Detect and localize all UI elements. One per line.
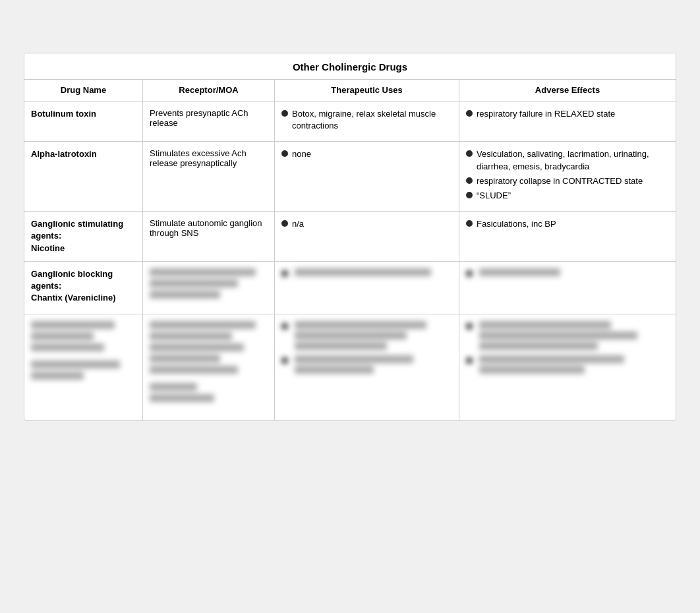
therapeutic-cell <box>275 262 459 314</box>
moa-cell: Stimulate autonomic ganglion through SNS <box>143 212 275 261</box>
therapeutic-item: Botox, migraine, relax skeletal muscle c… <box>292 108 452 132</box>
table-row: Alpha-latrotoxin Stimulates excessive Ac… <box>24 142 676 212</box>
list-item: Botox, migraine, relax skeletal muscle c… <box>281 108 452 132</box>
moa-cell <box>143 314 275 420</box>
adverse-item: “SLUDE” <box>477 190 511 202</box>
list-item: none <box>281 148 452 160</box>
moa-cell: Prevents presynaptic ACh release <box>143 102 275 141</box>
bullet-icon <box>281 357 288 364</box>
bullet-icon <box>281 220 288 227</box>
adverse-cell <box>459 314 676 420</box>
adverse-item: respiratory collapse in CONTRACTED state <box>477 175 643 187</box>
therapeutic-blurred <box>281 321 452 374</box>
therapeutic-cell: Botox, migraine, relax skeletal muscle c… <box>275 102 459 141</box>
table-title: Other Cholinergic Drugs <box>24 53 676 80</box>
bullet-icon <box>466 177 473 184</box>
col-adverse: Adverse Effects <box>459 80 676 101</box>
list-item: n/a <box>281 218 452 230</box>
drug-name: Ganglionic stimulating agents: Nicotine <box>31 218 136 254</box>
bullet-icon <box>466 192 473 198</box>
bullet-icon <box>281 110 288 117</box>
bullet-icon <box>466 270 473 277</box>
bullet-icon <box>281 270 288 277</box>
bullet-icon <box>466 220 473 227</box>
adverse-item: respiratory failure in RELAXED state <box>477 108 615 120</box>
adverse-list: Fasiculations, inc BP <box>466 218 669 230</box>
drug-name-cell: Ganglionic blocking agents: Chantix (Var… <box>24 262 143 314</box>
moa-cell <box>143 262 275 314</box>
moa-text: Stimulates excessive Ach release presyna… <box>150 148 247 168</box>
drug-blurred <box>31 321 136 380</box>
adverse-item: Vesiculation, salivating, lacrimation, u… <box>477 148 669 172</box>
therapeutic-blurred <box>281 268 452 277</box>
table-header: Drug Name Receptor/MOA Therapeutic Uses … <box>24 80 676 102</box>
adverse-cell <box>459 262 676 314</box>
therapeutic-item: none <box>292 148 311 160</box>
col-receptor: Receptor/MOA <box>143 80 275 101</box>
table-row: Botulinum toxin Prevents presynaptic ACh… <box>24 102 676 142</box>
therapeutic-list: none <box>281 148 452 160</box>
adverse-list: respiratory failure in RELAXED state <box>466 108 669 120</box>
table-row <box>24 314 676 420</box>
adverse-blurred <box>466 321 669 374</box>
moa-text: Prevents presynaptic ACh release <box>150 108 248 128</box>
list-item: Vesiculation, salivating, lacrimation, u… <box>466 148 669 172</box>
therapeutic-list: Botox, migraine, relax skeletal muscle c… <box>281 108 452 132</box>
main-table: Other Cholinergic Drugs Drug Name Recept… <box>24 53 676 421</box>
adverse-blurred <box>466 268 669 277</box>
list-item: Fasiculations, inc BP <box>466 218 669 230</box>
col-therapeutic: Therapeutic Uses <box>275 80 459 101</box>
drug-name-cell: Ganglionic stimulating agents: Nicotine <box>24 212 143 261</box>
table-row: Ganglionic blocking agents: Chantix (Var… <box>24 262 676 314</box>
drug-name: Ganglionic blocking agents: Chantix (Var… <box>31 268 136 305</box>
moa-text: Stimulate autonomic ganglion through SNS <box>150 218 262 238</box>
therapeutic-cell: none <box>275 142 459 211</box>
adverse-list: Vesiculation, salivating, lacrimation, u… <box>466 148 669 202</box>
bullet-icon <box>466 150 473 157</box>
drug-name-cell <box>24 314 143 420</box>
col-drug-name: Drug Name <box>24 80 143 101</box>
therapeutic-cell <box>275 314 459 420</box>
moa-cell: Stimulates excessive Ach release presyna… <box>143 142 275 211</box>
bullet-icon <box>281 323 288 330</box>
bullet-icon <box>466 110 473 117</box>
drug-name-cell: Botulinum toxin <box>24 102 143 141</box>
adverse-cell: respiratory failure in RELAXED state <box>459 102 676 141</box>
list-item: respiratory collapse in CONTRACTED state <box>466 175 669 187</box>
bullet-icon <box>466 357 473 364</box>
therapeutic-list: n/a <box>281 218 452 230</box>
table-row: Ganglionic stimulating agents: Nicotine … <box>24 212 676 262</box>
list-item: respiratory failure in RELAXED state <box>466 108 669 120</box>
moa-blurred <box>150 321 268 402</box>
therapeutic-cell: n/a <box>275 212 459 261</box>
drug-name: Botulinum toxin <box>31 109 96 119</box>
bullet-icon <box>281 150 288 157</box>
adverse-cell: Fasiculations, inc BP <box>459 212 676 261</box>
list-item: “SLUDE” <box>466 190 669 202</box>
moa-blurred <box>150 268 268 299</box>
bullet-icon <box>466 323 473 330</box>
adverse-item: Fasiculations, inc BP <box>477 218 556 230</box>
drug-name: Alpha-latrotoxin <box>31 149 97 159</box>
adverse-cell: Vesiculation, salivating, lacrimation, u… <box>459 142 676 211</box>
drug-name-cell: Alpha-latrotoxin <box>24 142 143 211</box>
therapeutic-item: n/a <box>292 218 304 230</box>
